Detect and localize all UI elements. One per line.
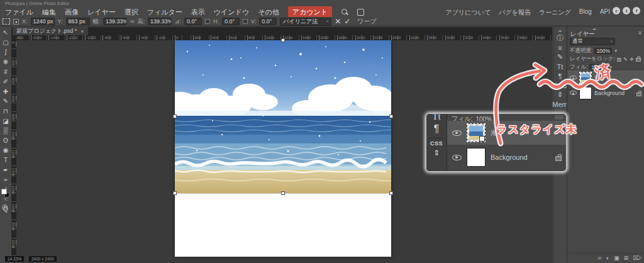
skew-h-checkbox[interactable] <box>205 19 210 24</box>
search-icon[interactable] <box>341 8 348 16</box>
delete-layer-icon[interactable]: ⌦ <box>633 255 641 261</box>
healing-tool[interactable]: ✚ <box>0 87 11 97</box>
lock-all-icon[interactable] <box>636 58 641 62</box>
layer-thumbnail[interactable] <box>579 72 592 84</box>
menu-item[interactable]: フィルター <box>147 8 182 17</box>
glyphs-panel-icon[interactable]: ⇕ <box>557 90 563 99</box>
css-panel-icon[interactable]: CSS <box>553 81 567 90</box>
marquee-select-tool[interactable]: ▢ <box>0 38 11 48</box>
twitter-icon[interactable]: t <box>623 7 630 14</box>
interpolation-select[interactable]: バイリニア法 ˅ <box>280 18 331 26</box>
foreground-color-swatch[interactable] <box>1 189 7 194</box>
lock-pixels-icon[interactable]: ✎ <box>623 57 628 62</box>
eraser-tool[interactable]: ◪ <box>0 116 11 126</box>
transform-handle[interactable] <box>173 191 177 195</box>
layer-mask-icon[interactable]: ▣ <box>614 255 619 261</box>
skew-v-checkbox[interactable] <box>243 19 248 24</box>
magic-wand-tool[interactable]: ✻ <box>0 57 11 67</box>
width-input[interactable]: 139.33% <box>103 18 127 25</box>
quick-mask-icon[interactable]: ◎ <box>2 203 8 211</box>
opacity-dropdown-icon[interactable]: ▼ <box>614 49 618 53</box>
angle-input[interactable]: 0.0° <box>184 18 202 25</box>
collapse-panels-icon[interactable]: ◂▸ <box>558 28 562 33</box>
facebook-icon[interactable]: f <box>633 7 640 14</box>
y-input[interactable]: 863 px <box>66 18 90 25</box>
transform-handle[interactable] <box>389 115 393 118</box>
opacity-input[interactable]: 100% <box>594 48 612 54</box>
transform-handle[interactable] <box>173 115 177 118</box>
layer-row-sea[interactable]: 海 <box>567 70 644 85</box>
height-input[interactable]: 139.33% <box>148 18 172 25</box>
visibility-eye-icon[interactable] <box>570 91 577 95</box>
menu-item[interactable]: 画像 <box>65 8 79 17</box>
crop-tool[interactable]: # <box>0 67 11 77</box>
zoom-level-status[interactable]: 14.33% <box>5 256 24 262</box>
fill-input[interactable]: 100% <box>589 64 607 70</box>
ruler-label: 200 <box>11 60 16 65</box>
layer-name[interactable]: 海 <box>594 74 600 82</box>
fullscreen-icon[interactable] <box>357 9 364 16</box>
menu-item[interactable]: ファイル <box>5 8 33 17</box>
gradient-tool[interactable]: ▒ <box>0 126 11 136</box>
link-layers-icon[interactable]: ∞ <box>597 255 601 261</box>
brush-panel-icon[interactable]: ✎ <box>557 52 563 62</box>
eyedropper-tool[interactable]: ✐ <box>0 77 11 87</box>
menu-item[interactable]: ウインドウ <box>214 8 249 17</box>
new-layer-icon[interactable]: ⊞ <box>624 255 629 261</box>
menu-item[interactable]: 編集 <box>42 8 56 17</box>
layer-thumbnail[interactable] <box>579 87 592 99</box>
transform-handle[interactable] <box>281 191 285 195</box>
link-dimensions-icon[interactable]: ∞ <box>130 18 134 25</box>
type-tool[interactable]: T <box>0 155 11 165</box>
dodge-tool[interactable]: ◉ <box>0 145 11 155</box>
top-link[interactable]: ラーニング <box>539 8 571 17</box>
top-link[interactable]: バグを報告 <box>499 8 531 17</box>
lasso-tool[interactable]: ʃ <box>0 47 11 57</box>
lock-transparency-icon[interactable]: ▨ <box>617 57 622 62</box>
warp-button[interactable]: ワープ <box>357 17 376 26</box>
layer-row-background[interactable]: Background <box>567 86 644 100</box>
memory-panel-icon[interactable]: Mem <box>552 99 567 109</box>
menu-item[interactable]: 表示 <box>191 8 205 17</box>
adjustments-panel-icon[interactable]: ≡ <box>558 43 562 52</box>
panel-menu-icon[interactable]: ≡ <box>638 30 641 36</box>
close-tab-icon[interactable]: × <box>80 28 84 35</box>
top-link[interactable]: アプリについて <box>446 8 491 17</box>
top-link[interactable]: API <box>600 8 610 17</box>
character-panel-icon[interactable]: Tt <box>557 62 564 71</box>
history-panel-icon[interactable]: ⓘ <box>557 33 564 43</box>
menu-item[interactable]: その他 <box>258 8 279 17</box>
confirm-transform-button[interactable]: ✓ <box>344 17 350 26</box>
transform-handle[interactable] <box>389 191 393 195</box>
transform-handle[interactable] <box>281 38 285 42</box>
pen-tool[interactable]: ✒ <box>0 165 11 175</box>
move-tool[interactable]: ↖ <box>0 28 11 38</box>
top-link[interactable]: Blog <box>579 8 592 17</box>
visibility-eye-icon[interactable] <box>570 76 577 80</box>
lock-position-icon[interactable]: ✛ <box>630 57 634 62</box>
menu-item[interactable]: レイヤー <box>87 8 116 17</box>
layer-name[interactable]: Background <box>594 90 625 96</box>
blend-mode-select[interactable]: 通常 ˅ <box>570 38 615 45</box>
adjustment-layer-icon[interactable]: ◐ <box>606 255 609 261</box>
account-button[interactable]: アカウント <box>288 6 332 18</box>
document-tab[interactable]: 新規プロジェクト.psd * × <box>13 27 88 35</box>
blur-tool[interactable]: ʘ <box>0 136 11 146</box>
annotation-layers-panel-zoom: Tt ¶ CSS ⇕ フィル: 100% ▼ 海 Background <box>426 114 566 171</box>
reddit-icon[interactable]: r <box>613 7 620 14</box>
reference-point-widget[interactable] <box>13 19 19 25</box>
path-select-tool[interactable]: ➢ <box>0 175 11 185</box>
x-input[interactable]: 1240 px <box>31 18 55 25</box>
layer-thumbnail <box>467 148 486 167</box>
skew-h-input[interactable]: 0.0° <box>222 18 240 25</box>
clone-stamp-tool[interactable]: ⊓ <box>0 106 11 116</box>
fill-dropdown-icon[interactable]: ▼ <box>609 65 613 69</box>
document-canvas[interactable] <box>175 40 391 257</box>
paragraph-panel-icon[interactable]: ¶ <box>558 71 562 81</box>
ruler-label: 1000 <box>265 35 274 40</box>
skew-v-input[interactable]: 0.0° <box>259 18 277 25</box>
cancel-transform-button[interactable]: ✕ <box>335 17 341 26</box>
brush-tool[interactable]: ✎ <box>0 96 11 106</box>
menu-item[interactable]: 選択 <box>125 8 138 17</box>
height-label: 高: <box>137 18 145 26</box>
